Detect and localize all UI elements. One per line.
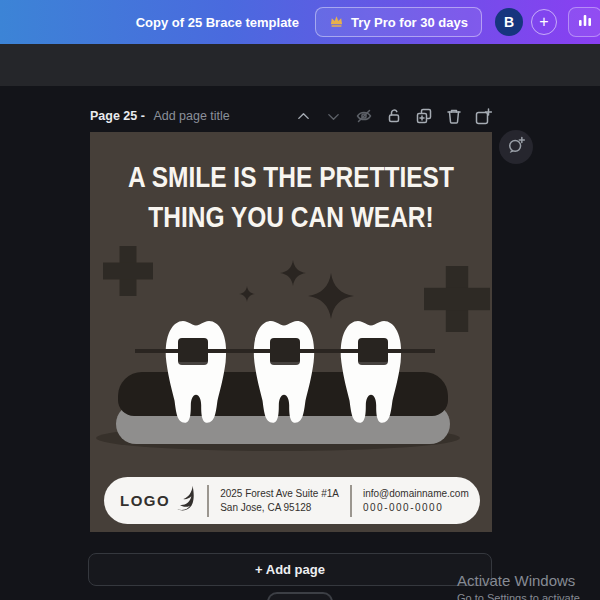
design-page-canvas[interactable]: A SMILE IS THE PRETTIEST THING YOU CAN W… xyxy=(90,132,492,532)
cross-shape-left xyxy=(103,246,153,296)
add-page-icon[interactable] xyxy=(475,108,492,125)
footer-info-bar[interactable]: LOGO 2025 Forest Ave Suite #1A San Jose,… xyxy=(104,477,480,524)
braces-bracket-right xyxy=(358,338,388,365)
footer-divider-1 xyxy=(207,485,209,517)
secondary-toolbar-strip xyxy=(0,44,600,86)
tooth-right xyxy=(334,314,408,428)
add-page-button[interactable]: + Add page xyxy=(88,553,492,586)
braces-bracket-middle xyxy=(270,338,300,365)
try-pro-button[interactable]: Try Pro for 30 days xyxy=(315,7,482,37)
footer-divider-2 xyxy=(350,485,352,517)
sparkle-large-icon xyxy=(308,273,354,319)
move-page-up-icon[interactable] xyxy=(295,108,312,125)
account-avatar[interactable]: B xyxy=(495,8,523,36)
top-bar: Copy of 25 Brace template Try Pro for 30… xyxy=(0,0,600,44)
logo-text: LOGO xyxy=(120,492,170,509)
address-line-1: 2025 Forest Ave Suite #1A xyxy=(220,487,339,501)
cross-shape-right xyxy=(424,266,490,332)
logo-swoosh-icon xyxy=(172,485,196,517)
design-title[interactable]: Copy of 25 Brace template xyxy=(136,15,299,30)
comment-plus-icon xyxy=(506,135,526,159)
headline-text[interactable]: A SMILE IS THE PRETTIEST THING YOU CAN W… xyxy=(94,156,488,236)
phone-text: 000-000-0000 xyxy=(363,501,469,515)
sparkle-small-icon xyxy=(239,286,255,302)
address-line-2: San Jose, CA 95128 xyxy=(220,501,339,515)
sparkle-medium-icon xyxy=(280,260,306,286)
page-actions xyxy=(295,108,492,125)
tooth-middle xyxy=(247,314,321,428)
page-number-label: Page 25 - xyxy=(90,109,148,123)
logo: LOGO xyxy=(120,485,196,517)
braces-bracket-left xyxy=(178,338,208,365)
partial-bottom-widget[interactable] xyxy=(267,592,333,600)
contact-block: info@domainname.com 000-000-0000 xyxy=(363,487,469,515)
delete-page-icon[interactable] xyxy=(445,108,462,125)
move-page-down-icon[interactable] xyxy=(325,108,342,125)
duplicate-page-icon[interactable] xyxy=(415,108,432,125)
try-pro-label: Try Pro for 30 days xyxy=(351,15,468,30)
headline-line-2: THING YOU CAN WEAR! xyxy=(94,196,488,236)
add-comment-button[interactable] xyxy=(499,130,533,164)
activate-windows-watermark: Activate Windows Go to Settings to activ… xyxy=(457,572,580,600)
tooth-left xyxy=(159,314,233,428)
crown-icon xyxy=(329,14,344,31)
bar-chart-icon xyxy=(577,12,593,32)
create-new-button[interactable]: + xyxy=(531,9,557,35)
insights-button[interactable] xyxy=(568,7,600,37)
hide-page-icon[interactable] xyxy=(355,108,372,125)
email-text: info@domainname.com xyxy=(363,487,469,501)
page-toolbar: Page 25 - Add page title xyxy=(90,103,492,129)
headline-line-1: A SMILE IS THE PRETTIEST xyxy=(94,156,488,196)
watermark-line-2: Go to Settings to activate xyxy=(457,592,580,600)
unlock-icon[interactable] xyxy=(385,108,402,125)
page-title-input[interactable]: Add page title xyxy=(153,109,229,123)
watermark-line-1: Activate Windows xyxy=(457,572,580,589)
address-block: 2025 Forest Ave Suite #1A San Jose, CA 9… xyxy=(220,487,339,515)
